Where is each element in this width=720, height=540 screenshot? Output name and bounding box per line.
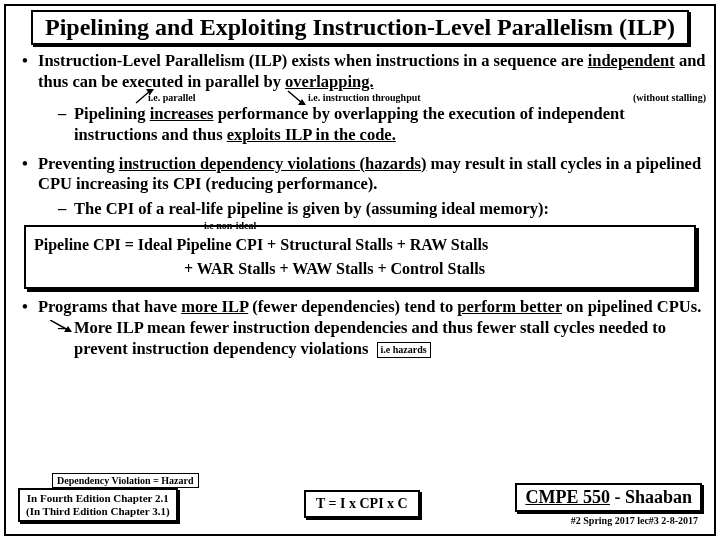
title-box: Pipelining and Exploiting Instruction-Le… [31,10,688,45]
b2-a: Preventing [38,154,119,173]
ann-throughput: i.e. instruction throughput [308,92,421,105]
ann-nonideal: i.e non-ideal [204,220,256,233]
b1s-a: Pipelining [74,104,150,123]
slide-frame: Pipelining and Exploiting Instruction-Le… [4,4,716,536]
footer-left-box: In Fourth Edition Chapter 2.1 (In Third … [18,488,178,522]
footer-right-text: CMPE 550 [525,487,610,507]
bullet-1-sub: Pipelining increases performance by over… [56,104,706,145]
svg-line-4 [50,320,68,330]
ann-parallel: i.e. parallel [148,92,196,105]
formula-line1: Pipeline CPI = Ideal Pipeline CPI + Stru… [34,233,686,257]
b1-u2: overlapping. [285,72,373,91]
bullet-3-sub: More ILP mean fewer instruction dependen… [56,318,706,359]
arrow-throughput-icon [286,89,310,105]
footer-left-l2: (In Third Edition Chapter 3.1) [26,505,170,518]
slide-title: Pipelining and Exploiting Instruction-Le… [39,14,680,41]
footer-right-box: CMPE 550 - Shaaban [515,483,702,512]
footer-left-l1: In Fourth Edition Chapter 2.1 [26,492,170,505]
b1s-u: increases [150,104,214,123]
formula-box: Pipeline CPI = Ideal Pipeline CPI + Stru… [24,225,696,289]
bullet-2-sub: The CPI of a real-life pipeline is given… [56,199,706,220]
b3-u2: perform better [457,297,562,316]
b3-sub1: More ILP mean fewer instruction dependen… [74,318,666,358]
b1-u1: independent [588,51,675,70]
b3-u1: more ILP [181,297,248,316]
b1s-u2: exploits ILP in the code. [227,125,396,144]
bullet-list: Instruction-Level Parallelism (ILP) exis… [14,51,706,219]
b2-u1: instruction dependency violations (hazar… [119,154,427,173]
b3-a: Programs that have [38,297,181,316]
bullet-2: Preventing instruction dependency violat… [20,154,706,220]
arrow-moreilp-icon [50,320,72,334]
svg-marker-5 [64,326,72,332]
ann-stalling: (without stalling) [633,92,706,105]
footer-mid-box: T = I x CPI x C [304,490,420,518]
b2-sub1: The CPI of a real-life pipeline is given… [74,199,549,218]
svg-line-2 [288,91,302,103]
b3-b: (fewer dependencies) tend to [248,297,457,316]
bullet-list-2: Programs that have more ILP (fewer depen… [14,297,706,359]
bullet-3: Programs that have more ILP (fewer depen… [20,297,706,359]
b1-text-a: Instruction-Level Parallelism (ILP) exis… [38,51,588,70]
formula-line2: + WAR Stalls + WAW Stalls + Control Stal… [34,257,686,281]
footer: In Fourth Edition Chapter 2.1 (In Third … [14,472,706,528]
footer-sub: #2 Spring 2017 lec#3 2-8-2017 [571,515,698,526]
ann-hazards-box: i.e hazards [377,342,431,359]
b3-c: on pipelined CPUs. [562,297,701,316]
bullet-1: Instruction-Level Parallelism (ILP) exis… [20,51,706,146]
